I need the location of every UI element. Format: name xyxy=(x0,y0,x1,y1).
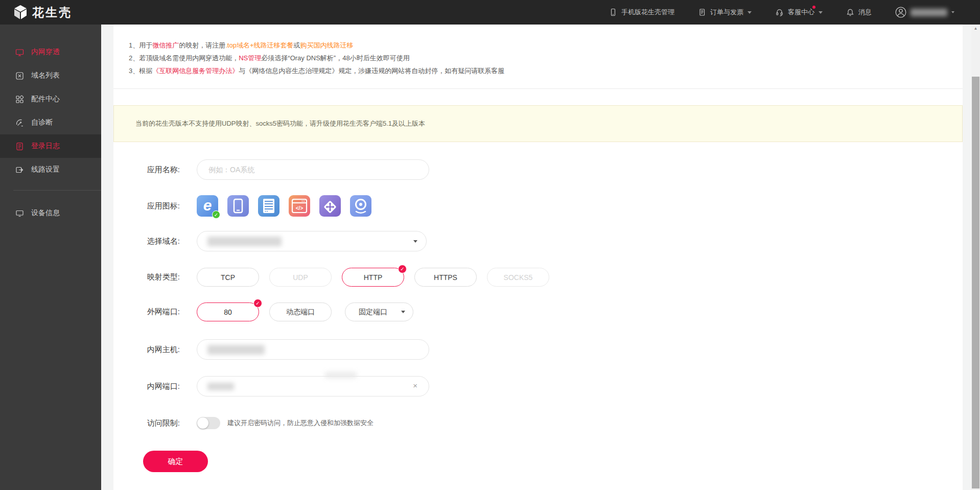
app-icon-browser[interactable]: e ✓ xyxy=(197,195,218,217)
sidebar-item-accessories-center[interactable]: 配件中心 xyxy=(0,87,101,111)
chevron-down-icon xyxy=(413,240,417,245)
scrollbar-up-arrow[interactable]: ▲ xyxy=(971,25,980,32)
selected-check-icon: ✓ xyxy=(212,211,220,219)
logo-cube-icon xyxy=(13,5,28,20)
domain-icon xyxy=(15,72,24,80)
app-icon-code[interactable]: </> xyxy=(289,195,310,217)
lan-host-input[interactable] xyxy=(197,339,429,360)
selected-check-badge: ✓ xyxy=(398,265,407,273)
notice-text: 必须选择“Oray DNS解析”，48小时后生效即可使用 xyxy=(261,54,409,62)
chevron-down-icon xyxy=(748,11,752,16)
map-type-label: TCP xyxy=(221,273,235,282)
app-icon-camera[interactable] xyxy=(350,195,371,217)
user-menu[interactable] xyxy=(895,7,954,18)
port-mode-label: 固定端口 xyxy=(359,308,387,317)
diagnose-icon xyxy=(15,119,24,127)
sidebar-item-label: 线路设置 xyxy=(31,165,60,174)
redaction-artifact xyxy=(325,372,357,378)
notification-dot xyxy=(812,6,815,9)
svg-text:</>: </> xyxy=(296,205,304,211)
map-type-udp[interactable]: UDP xyxy=(269,268,332,287)
map-type-https[interactable]: HTTPS xyxy=(414,268,477,287)
sidebar-item-self-diagnosis[interactable]: 自诊断 xyxy=(0,111,101,134)
route-icon xyxy=(15,166,24,174)
sidebar-item-label: 配件中心 xyxy=(31,95,60,104)
chevron-down-icon xyxy=(401,311,405,315)
app-icon-server[interactable] xyxy=(258,195,279,217)
sidebar-item-domain-list[interactable]: 域名列表 xyxy=(0,64,101,87)
notice-list: 1、用于微信推广的映射，请注册.top域名+线路迁移套餐或购买国内线路迁移2、若… xyxy=(113,25,963,77)
notice-text: 微信推广 xyxy=(152,41,179,49)
sidebar-divider xyxy=(13,190,101,191)
lan-host-value-redacted xyxy=(207,345,265,355)
nav-label: 手机版花生壳管理 xyxy=(621,8,674,17)
notice-line-3: 3、根据《互联网信息服务管理办法》与《网络信息内容生态治理规定》规定，涉嫌违规的… xyxy=(129,64,963,77)
field-label-domain: 选择域名: xyxy=(140,237,180,246)
sidebar-item-login-log[interactable]: 登录日志 xyxy=(0,134,101,158)
notice-link[interactable]: NS管理 xyxy=(239,54,261,62)
scrollbar-thumb[interactable] xyxy=(972,77,979,488)
external-port-input[interactable] xyxy=(197,302,259,321)
phone-icon xyxy=(227,195,249,217)
map-type-socks5[interactable]: SOCKS5 xyxy=(487,268,549,287)
nav-label: 消息 xyxy=(858,8,872,17)
chevron-down-icon xyxy=(951,11,954,15)
username-redacted xyxy=(911,9,947,16)
map-type-http[interactable]: HTTP✓ xyxy=(342,268,404,287)
nav-label: 客服中心 xyxy=(788,8,814,17)
brand-logo[interactable]: 花生壳 xyxy=(13,5,72,20)
mobile-icon xyxy=(609,8,617,16)
sidebar: 内网穿透 域名列表 配件中心 自诊断 登录日志 xyxy=(0,25,101,490)
lan-port-input[interactable]: × xyxy=(197,376,429,396)
sidebar-item-label: 登录日志 xyxy=(31,142,60,151)
domain-value-redacted xyxy=(207,237,282,246)
nav-label: 订单与发票 xyxy=(710,8,743,17)
notice-link[interactable]: 购买国内线路迁移 xyxy=(300,41,354,49)
domain-select[interactable] xyxy=(197,231,427,251)
clear-icon[interactable]: × xyxy=(413,381,417,390)
bell-icon xyxy=(846,8,854,16)
app-icon-router[interactable] xyxy=(319,195,341,217)
nav-mobile-manage[interactable]: 手机版花生壳管理 xyxy=(609,8,674,17)
page-scrollbar: ▲ xyxy=(971,25,980,490)
sidebar-item-route-settings[interactable]: 线路设置 xyxy=(0,158,101,181)
brand-name: 花生壳 xyxy=(32,5,72,20)
sidebar-item-label: 自诊断 xyxy=(31,118,53,127)
submit-button[interactable]: 确定 xyxy=(143,451,208,472)
field-label-app-icon: 应用图标: xyxy=(140,201,180,211)
tunnel-icon xyxy=(15,48,24,57)
sidebar-item-label: 域名列表 xyxy=(31,71,60,80)
banner-text: 当前的花生壳版本不支持使用UDP映射、socks5密码功能，请升级使用花生壳客户… xyxy=(135,119,425,128)
app-icon-phone[interactable] xyxy=(227,195,249,217)
code-icon: </> xyxy=(289,195,310,217)
map-type-tcp[interactable]: TCP xyxy=(197,268,259,287)
nav-support-center[interactable]: 客服中心 xyxy=(775,8,823,17)
server-icon xyxy=(258,195,279,217)
map-type-label: SOCKS5 xyxy=(504,273,533,282)
headset-icon xyxy=(775,8,784,16)
accessories-icon xyxy=(15,95,24,104)
field-label-access-limit: 访问限制: xyxy=(140,418,180,428)
notice-text: 的映射，请注册 xyxy=(179,41,225,49)
notice-line-1: 1、用于微信推广的映射，请注册.top域名+线路迁移套餐或购买国内线路迁移 xyxy=(129,39,963,52)
notice-link[interactable]: .top域名+线路迁移套餐 xyxy=(225,41,293,49)
map-type-options: TCPUDPHTTP✓HTTPSSOCKS5 xyxy=(197,268,559,287)
access-limit-hint: 建议开启密码访问，防止恶意入侵和加强数据安全 xyxy=(227,418,374,428)
access-limit-toggle[interactable] xyxy=(197,417,220,429)
port-mode-select[interactable]: 固定端口 xyxy=(345,302,413,321)
sidebar-item-device-info[interactable]: 设备信息 xyxy=(0,201,101,225)
router-icon xyxy=(319,195,341,217)
notice-link[interactable]: 《互联网信息服务管理办法》 xyxy=(152,67,239,75)
device-icon xyxy=(15,209,24,218)
top-navbar: 花生壳 手机版花生壳管理 订单与发票 客服中心 xyxy=(0,0,980,25)
field-label-lan-host: 内网主机: xyxy=(140,345,180,355)
map-type-label: UDP xyxy=(293,273,308,282)
app-name-input[interactable] xyxy=(197,159,429,180)
nav-messages[interactable]: 消息 xyxy=(846,8,872,17)
log-icon xyxy=(15,142,24,151)
toggle-knob xyxy=(197,417,208,429)
dynamic-port-button[interactable]: 动态端口 xyxy=(269,302,332,321)
nav-orders-invoices[interactable]: 订单与发票 xyxy=(698,8,752,17)
sidebar-item-label: 内网穿透 xyxy=(31,48,60,57)
sidebar-item-intranet-tunnel[interactable]: 内网穿透 xyxy=(0,40,101,64)
